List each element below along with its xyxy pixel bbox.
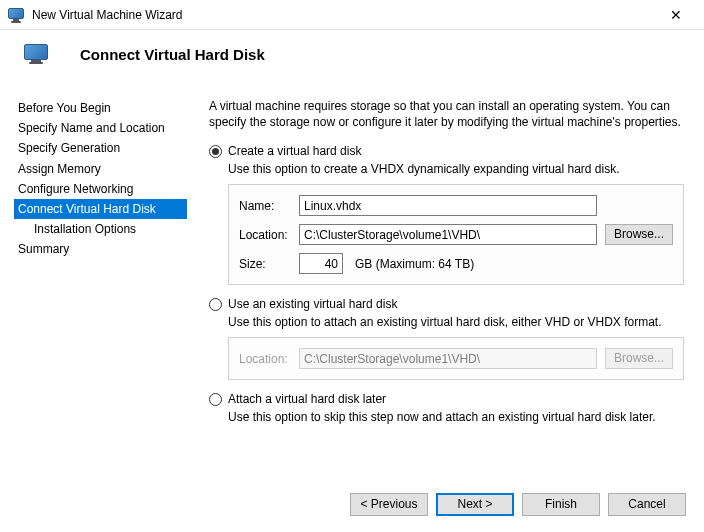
sidebar-item-specify-name[interactable]: Specify Name and Location — [14, 118, 187, 138]
create-fields: Name: Location: Browse... Size: GB (Maxi… — [228, 184, 684, 285]
vm-wizard-icon — [8, 8, 24, 22]
radio-existing-label: Use an existing virtual hard disk — [228, 297, 397, 311]
sidebar-item-installation-options[interactable]: Installation Options — [14, 219, 187, 239]
window-title: New Virtual Machine Wizard — [32, 8, 656, 22]
existing-location-label: Location: — [239, 352, 291, 366]
sidebar: Before You Begin Specify Name and Locati… — [14, 74, 187, 436]
sidebar-item-connect-vhd[interactable]: Connect Virtual Hard Disk — [14, 199, 187, 219]
existing-desc: Use this option to attach an existing vi… — [228, 315, 684, 329]
location-label: Location: — [239, 228, 291, 242]
radio-existing[interactable] — [209, 298, 222, 311]
existing-fields: Location: Browse... — [228, 337, 684, 380]
radio-create[interactable] — [209, 145, 222, 158]
option-later: Attach a virtual hard disk later Use thi… — [209, 392, 684, 424]
sidebar-item-summary[interactable]: Summary — [14, 239, 187, 259]
existing-browse-button: Browse... — [605, 348, 673, 369]
titlebar: New Virtual Machine Wizard ✕ — [0, 0, 704, 30]
sidebar-item-specify-generation[interactable]: Specify Generation — [14, 138, 187, 158]
create-desc: Use this option to create a VHDX dynamic… — [228, 162, 684, 176]
intro-text: A virtual machine requires storage so th… — [209, 98, 684, 130]
finish-button[interactable]: Finish — [522, 493, 600, 516]
sidebar-item-before-you-begin[interactable]: Before You Begin — [14, 98, 187, 118]
option-existing: Use an existing virtual hard disk Use th… — [209, 297, 684, 380]
page-header: Connect Virtual Hard Disk — [0, 30, 704, 74]
location-input[interactable] — [299, 224, 597, 245]
previous-button[interactable]: < Previous — [350, 493, 428, 516]
size-unit: GB (Maximum: 64 TB) — [355, 257, 474, 271]
later-desc: Use this option to skip this step now an… — [228, 410, 684, 424]
page-title: Connect Virtual Hard Disk — [80, 46, 265, 63]
size-input[interactable] — [299, 253, 343, 274]
browse-button[interactable]: Browse... — [605, 224, 673, 245]
radio-create-label: Create a virtual hard disk — [228, 144, 361, 158]
option-create: Create a virtual hard disk Use this opti… — [209, 144, 684, 285]
name-input[interactable] — [299, 195, 597, 216]
radio-later[interactable] — [209, 393, 222, 406]
existing-location-input — [299, 348, 597, 369]
radio-later-label: Attach a virtual hard disk later — [228, 392, 386, 406]
main-panel: A virtual machine requires storage so th… — [187, 74, 690, 436]
next-button[interactable]: Next > — [436, 493, 514, 516]
sidebar-item-configure-networking[interactable]: Configure Networking — [14, 179, 187, 199]
close-icon[interactable]: ✕ — [656, 7, 696, 23]
cancel-button[interactable]: Cancel — [608, 493, 686, 516]
sidebar-item-assign-memory[interactable]: Assign Memory — [14, 159, 187, 179]
size-label: Size: — [239, 257, 291, 271]
name-label: Name: — [239, 199, 291, 213]
button-bar: < Previous Next > Finish Cancel — [350, 493, 686, 516]
page-icon — [24, 44, 48, 64]
